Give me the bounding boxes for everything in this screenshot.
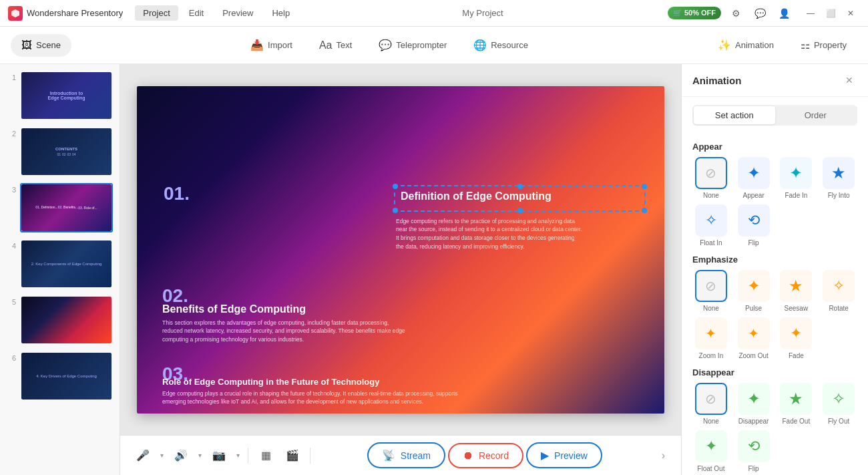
titlebar: Wondershare Presentory Project Edit Prev… xyxy=(0,0,868,27)
import-icon: 📥 xyxy=(250,39,264,51)
nav-edit[interactable]: Edit xyxy=(181,5,212,21)
slide-canvas: 01. Definition of Edge Computing xyxy=(137,86,664,414)
anim-disappear-flip[interactable]: ⟲ Flip xyxy=(735,430,773,472)
camera-dropdown-arrow[interactable]: ▾ xyxy=(234,450,242,460)
anim-disappear-none[interactable]: ⊘ None xyxy=(692,383,730,425)
disappear-grid: ⊘ None ✦ Disappear ★ Fade Out xyxy=(692,383,857,472)
scene-button[interactable]: 🖼 Scene xyxy=(11,34,71,57)
animation-button[interactable]: ✨ Animation xyxy=(707,33,785,57)
property-icon: ⚏ xyxy=(801,39,810,51)
anim-emphasize-rotate[interactable]: ✧ Rotate xyxy=(820,270,857,312)
nav-menu: Project Edit Preview Help xyxy=(135,5,298,21)
resize-handle-bl[interactable] xyxy=(393,208,398,213)
slide-item[interactable]: 4 2. Key Components of Edge Computing xyxy=(5,238,114,290)
slide-thumb: CONTENTS 01020304 xyxy=(20,127,113,176)
slide-panel: 1 Introduction toEdge Computing 2 CONTEN… xyxy=(0,64,120,475)
panel-tabs: Set action Order xyxy=(692,105,857,126)
layout-icon[interactable]: ▦ xyxy=(254,444,278,468)
appear-section-title: Appear xyxy=(692,142,857,152)
resize-handle-br[interactable] xyxy=(642,208,647,213)
tab-set-action[interactable]: Set action xyxy=(694,106,775,124)
resize-handle-tr[interactable] xyxy=(642,184,647,189)
anim-emphasize-zoomout[interactable]: ✦ Zoom Out xyxy=(735,317,773,359)
slide-thumb: 2. Key Components of Edge Computing xyxy=(20,239,113,289)
bottom-bar: 🎤 ▾ 🔊 ▾ 📷 ▾ ▦ 🎬 📡 Stream ⏺ Record ▶ Prev… xyxy=(120,435,681,475)
project-name: My Project xyxy=(304,8,661,18)
stream-icon: 📡 xyxy=(382,449,395,462)
preview-button[interactable]: ▶ Preview xyxy=(526,442,602,468)
slide-thumb xyxy=(20,295,113,345)
tab-order[interactable]: Order xyxy=(775,106,857,124)
microphone-icon[interactable]: 🎤 xyxy=(131,444,155,468)
selection-container[interactable]: Definition of Edge Computing xyxy=(394,185,646,212)
mic-dropdown-arrow[interactable]: ▾ xyxy=(158,450,166,460)
anim-disappear-flyout[interactable]: ✧ Fly Out xyxy=(820,383,857,425)
logo-icon xyxy=(8,6,23,21)
property-button[interactable]: ⚏ Property xyxy=(790,33,857,57)
point-01-text: Edge computing refers to the practice of… xyxy=(396,217,644,251)
anim-appear-none[interactable]: ⊘ None xyxy=(692,157,730,199)
nav-preview[interactable]: Preview xyxy=(214,5,261,21)
anim-disappear-fadeout[interactable]: ★ Fade Out xyxy=(778,383,815,425)
video-icon[interactable]: 🎬 xyxy=(280,444,304,468)
slide-item-active[interactable]: 3 01. Definition... 02. Benefits... 03. … xyxy=(5,182,114,234)
anim-appear-floatin[interactable]: ✧ Float In xyxy=(692,204,730,247)
appear-grid: ⊘ None ✦ Appear ✦ Fade In xyxy=(692,157,857,247)
resize-handle-tl[interactable] xyxy=(393,184,398,189)
preview-icon: ▶ xyxy=(541,449,549,462)
slide-item[interactable]: 1 Introduction toEdge Computing xyxy=(5,69,114,122)
point-02-content: Benefits of Edge Computing This section … xyxy=(162,303,411,344)
settings-icon[interactable]: ⚙ xyxy=(726,4,745,23)
anim-disappear-disappear[interactable]: ✦ Disappear xyxy=(735,383,773,425)
disappear-section-title: Disappear xyxy=(692,367,857,377)
slide-item[interactable]: 5 xyxy=(5,294,114,346)
anim-appear-flyinto[interactable]: ★ Fly Into xyxy=(820,157,857,199)
point-01-title: Definition of Edge Computing xyxy=(401,190,639,202)
scene-icon: 🖼 xyxy=(21,39,32,51)
close-button[interactable]: ✕ xyxy=(841,4,860,23)
anim-emphasize-seesaw[interactable]: ★ Seesaw xyxy=(778,270,815,312)
point-01-num: 01. xyxy=(164,183,190,204)
panel-close-button[interactable]: ✕ xyxy=(841,72,857,88)
maximize-button[interactable]: ⬜ xyxy=(821,4,840,23)
slide-item[interactable]: 6 4. Key Drivers of Edge Computing xyxy=(5,350,114,402)
teleprompter-button[interactable]: 💬 Teleprompter xyxy=(368,33,457,57)
next-arrow[interactable]: › xyxy=(656,447,670,464)
anim-emphasize-pulse[interactable]: ✦ Pulse xyxy=(735,270,773,312)
anim-emphasize-zoomin[interactable]: ✦ Zoom In xyxy=(692,317,730,359)
text-button[interactable]: Aa Text xyxy=(308,34,363,57)
discount-badge[interactable]: 🛒 50% OFF xyxy=(668,7,721,19)
stream-button[interactable]: 📡 Stream xyxy=(367,442,445,468)
anim-appear-flip[interactable]: ⟲ Flip xyxy=(735,204,773,247)
camera-icon[interactable]: 📷 xyxy=(207,444,231,468)
canvas-wrapper[interactable]: 01. Definition of Edge Computing xyxy=(120,64,681,435)
animation-icon: ✨ xyxy=(718,39,731,51)
app-name: Wondershare Presentory xyxy=(27,8,123,18)
svg-marker-0 xyxy=(11,9,19,17)
nav-help[interactable]: Help xyxy=(264,5,298,21)
window-controls: — ⬜ ✕ xyxy=(801,4,860,23)
emphasize-grid: ⊘ None ✦ Pulse ★ Seesaw xyxy=(692,270,857,359)
main-content: 1 Introduction toEdge Computing 2 CONTEN… xyxy=(0,64,868,475)
animation-panel: Animation ✕ Set action Order Appear ⊘ No… xyxy=(681,64,868,475)
resize-handle-bc[interactable] xyxy=(517,208,523,213)
nav-project[interactable]: Project xyxy=(135,5,178,21)
anim-emphasize-fade[interactable]: ✦ Fade xyxy=(778,317,815,359)
import-button[interactable]: 📥 Import xyxy=(240,33,303,57)
resource-button[interactable]: 🌐 Resource xyxy=(463,33,539,57)
speaker-dropdown-arrow[interactable]: ▾ xyxy=(196,450,204,460)
anim-emphasize-none[interactable]: ⊘ None xyxy=(692,270,730,312)
speaker-icon[interactable]: 🔊 xyxy=(169,444,193,468)
anim-appear-fadein[interactable]: ✦ Fade In xyxy=(778,157,815,199)
chat-icon[interactable]: 💬 xyxy=(750,4,769,23)
record-button[interactable]: ⏺ Record xyxy=(448,443,523,468)
minimize-button[interactable]: — xyxy=(801,4,820,23)
record-icon: ⏺ xyxy=(463,450,473,462)
panel-body: Appear ⊘ None ✦ Appear ✦ xyxy=(682,134,868,475)
user-icon[interactable]: 👤 xyxy=(775,4,793,23)
app-logo: Wondershare Presentory xyxy=(8,6,123,21)
anim-disappear-floatout[interactable]: ✦ Float Out xyxy=(692,430,730,472)
resize-handle-tc[interactable] xyxy=(517,184,523,189)
anim-appear-appear[interactable]: ✦ Appear xyxy=(735,157,773,199)
slide-item[interactable]: 2 CONTENTS 01020304 xyxy=(5,126,114,178)
